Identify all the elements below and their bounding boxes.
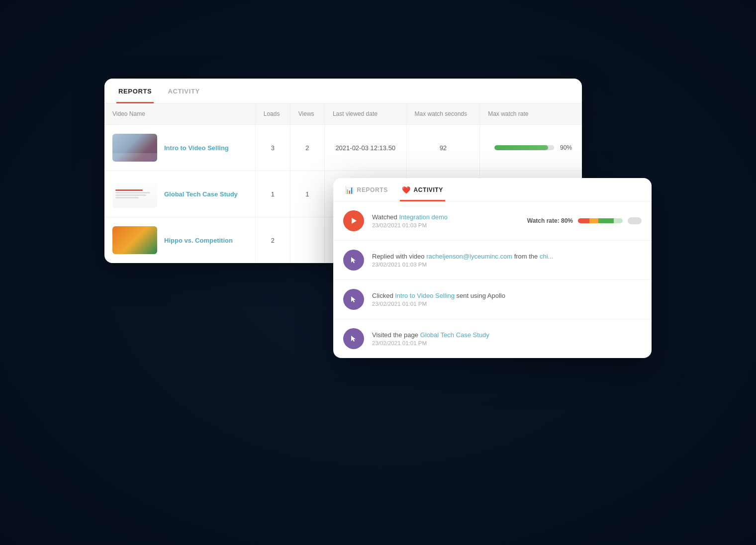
watch-rate-label: 90% <box>558 144 574 151</box>
table-row: Intro to Video Selling 322021-02-03 12:1… <box>104 125 582 171</box>
activity-item: Watched Integration demo23/02/2021 01:03… <box>333 201 652 241</box>
cursor-icon <box>350 295 358 303</box>
tab-reports-activity-card[interactable]: 📊 REPORTS <box>343 178 390 201</box>
activity-link2[interactable]: chi... <box>540 253 553 260</box>
video-thumbnail <box>112 180 157 208</box>
activity-link[interactable]: Integration demo <box>399 213 448 221</box>
activity-item-icon <box>343 250 364 271</box>
cell-last-viewed: 2021-02-03 12:13.50 <box>324 125 406 171</box>
video-name-link[interactable]: Intro to Video Selling <box>164 144 229 152</box>
activity-item-text: Clicked Intro to Video Selling sent usin… <box>372 292 642 307</box>
watch-rate-bar <box>578 218 623 223</box>
activity-action: Clicked <box>372 292 395 299</box>
col-video-name: Video Name <box>104 103 255 125</box>
bar-segment-green <box>598 218 614 223</box>
scene: REPORTS ACTIVITY Video Name Loads Views … <box>104 79 652 466</box>
cell-loads: 2 <box>255 217 290 264</box>
cell-views: 1 <box>290 171 324 217</box>
activity-action: Watched <box>372 213 399 221</box>
video-name-link[interactable]: Hippo vs. Competition <box>164 237 233 244</box>
video-cell: Global Tech Case Study <box>104 171 255 217</box>
svg-marker-0 <box>352 218 357 224</box>
activity-item: Clicked Intro to Video Selling sent usin… <box>333 280 652 319</box>
activity-item-icon <box>343 210 364 231</box>
activity-card-tabs: 📊 REPORTS ❤️ ACTIVITY <box>333 178 652 201</box>
activity-item-icon <box>343 328 364 349</box>
video-thumbnail <box>112 134 157 162</box>
video-name-link[interactable]: Global Tech Case Study <box>164 190 238 198</box>
chart-icon: 📊 <box>345 186 354 194</box>
activity-item-text: Replied with video racheljenson@lyceumin… <box>372 253 642 268</box>
cell-loads: 1 <box>255 171 290 217</box>
activity-link[interactable]: racheljenson@lyceuminc.com <box>426 253 512 260</box>
activity-link[interactable]: Intro to Video Selling <box>395 292 455 299</box>
activity-item-time: 23/02/2021 01:01 PM <box>372 340 642 346</box>
activity-card: 📊 REPORTS ❤️ ACTIVITY Watched Integratio… <box>333 178 652 358</box>
video-thumbnail <box>112 226 157 254</box>
activity-link[interactable]: Global Tech Case Study <box>420 331 489 339</box>
bar-segment-red <box>578 218 589 223</box>
watch-rate-label: Watch rate: 80% <box>527 217 573 224</box>
activity-item-icon <box>343 289 364 310</box>
cell-views: 2 <box>290 125 324 171</box>
col-last-viewed: Last viewed date <box>324 103 406 125</box>
tab-reports[interactable]: REPORTS <box>116 79 154 103</box>
cursor-icon <box>350 335 358 343</box>
col-views: Views <box>290 103 324 125</box>
video-cell: Hippo vs. Competition <box>104 217 255 264</box>
watch-rate-toggle[interactable] <box>628 217 642 224</box>
activity-item: Replied with video racheljenson@lyceumin… <box>333 241 652 280</box>
bar-segment-orange <box>589 218 598 223</box>
activity-item-text: Watched Integration demo23/02/2021 01:03… <box>372 213 519 228</box>
activity-item: Visited the page Global Tech Case Study2… <box>333 319 652 358</box>
cursor-icon <box>350 256 358 264</box>
video-cell: Intro to Video Selling <box>104 125 255 171</box>
watch-bar-background <box>494 145 554 150</box>
activity-item-main: Replied with video racheljenson@lyceumin… <box>372 253 642 260</box>
heart-icon: ❤️ <box>402 186 411 194</box>
col-max-seconds: Max watch seconds <box>406 103 480 125</box>
activity-item-time: 23/02/2021 01:03 PM <box>372 262 642 268</box>
activity-suffix: from the <box>512 253 540 260</box>
cell-loads: 3 <box>255 125 290 171</box>
activity-list: Watched Integration demo23/02/2021 01:03… <box>333 201 652 358</box>
activity-watch-rate: Watch rate: 80% <box>527 217 642 224</box>
activity-item-main: Clicked Intro to Video Selling sent usin… <box>372 292 642 299</box>
tab-activity-reports-card[interactable]: ACTIVITY <box>166 79 201 103</box>
reports-card-tabs: REPORTS ACTIVITY <box>104 79 582 103</box>
activity-item-text: Visited the page Global Tech Case Study2… <box>372 331 642 346</box>
watch-rate-cell: 90% <box>488 144 574 151</box>
activity-item-time: 23/02/2021 01:03 PM <box>372 222 519 228</box>
activity-action: Visited the page <box>372 331 420 339</box>
activity-item-main: Visited the page Global Tech Case Study <box>372 331 642 339</box>
bar-segment-light <box>614 218 623 223</box>
cell-max-seconds: 92 <box>406 125 480 171</box>
activity-item-time: 23/02/2021 01:01 PM <box>372 301 642 307</box>
watch-bar-fill <box>494 145 548 150</box>
activity-item-main: Watched Integration demo <box>372 213 519 221</box>
cell-views <box>290 217 324 264</box>
col-loads: Loads <box>255 103 290 125</box>
cell-max-rate: 90% <box>480 125 582 171</box>
activity-action: Replied with video <box>372 253 426 260</box>
activity-suffix: sent using Apollo <box>455 292 505 299</box>
col-max-rate: Max watch rate <box>480 103 582 125</box>
play-icon <box>350 217 358 225</box>
tab-activity-activity-card[interactable]: ❤️ ACTIVITY <box>400 178 445 201</box>
